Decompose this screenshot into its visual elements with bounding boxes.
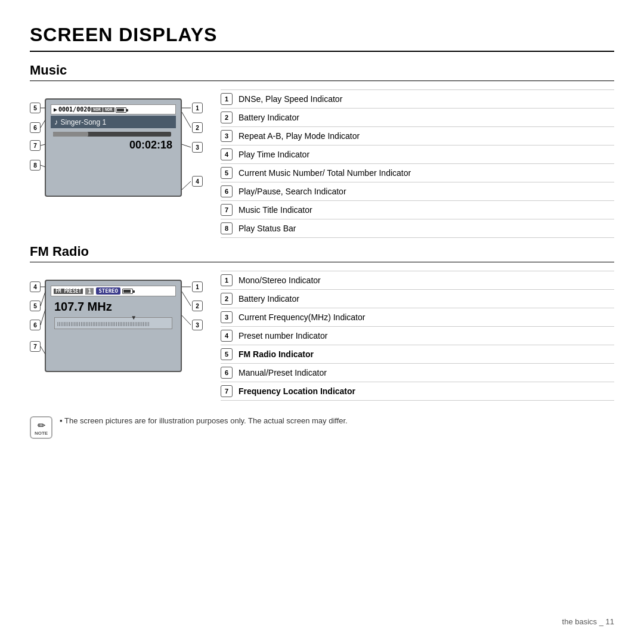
battery-icon [116,106,126,113]
music-badge-5: 5 [30,103,41,113]
song-title: Singer-Song 1 [61,118,107,126]
music-label-4: Play Time Indicator [239,150,309,159]
music-label-6: Play/Pause, Search Indicator [239,187,346,196]
music-device-container: ▶ 0001/0020 NOR NOR ♪ [30,89,203,206]
radio-label-7: Frequency Location Indicator [239,386,355,396]
radio-badge-num-2: 2 [221,293,233,305]
radio-indicator-4: 4 Preset number Indicator [221,327,614,345]
page-footer: the basics _ 11 [562,617,614,626]
music-badge-4: 4 [192,176,203,187]
music-indicator-8: 8 Play Status Bar [221,219,614,238]
music-label-2: Battery Indicator [239,113,299,122]
music-section: Music ▶ 0001/0020 NOR NOR [30,63,614,238]
stereo-badge: STEREO [96,287,120,295]
music-indicator-3: 3 Repeat A-B, Play Mode Indicator [221,127,614,145]
music-badge-3: 3 [192,142,203,153]
play-arrow-icon: ▶ [54,106,57,113]
music-badge-8: 8 [30,160,41,171]
music-badge-2: 2 [192,122,203,133]
page-title: SCREEN DISPLAYS [30,24,614,52]
radio-section: FM Radio FM PRESET 1 STEREO [30,244,614,401]
progress-bar [53,132,171,137]
track-info: 0001/0020 [58,106,91,113]
radio-indicator-7: 7 Frequency Location Indicator [221,382,614,401]
note-section: ✏ NOTE ▪ The screen pictures are for ill… [30,411,614,444]
svg-line-1 [182,112,191,128]
radio-badge-2: 2 [192,301,203,311]
preset-num: 1 [85,288,94,295]
radio-top-row: FM PRESET 1 STEREO [51,286,176,296]
music-badge-num-6: 6 [221,185,233,197]
music-badge-num-8: 8 [221,222,233,234]
radio-badge-4: 4 [30,281,41,292]
radio-badge-num-3: 3 [221,311,233,323]
radio-indicator-5: 5 FM Radio Indicator [221,345,614,364]
music-indicator-6: 6 Play/Pause, Search Indicator [221,182,614,201]
svg-line-3 [182,181,191,190]
radio-label-3: Current Frequency(MHz) Indicator [239,312,365,322]
radio-device-container: FM PRESET 1 STEREO 107.7 MHz [30,271,203,381]
note-icon: ✏ NOTE [30,416,52,439]
music-label-5: Current Music Number/ Total Number Indic… [239,168,411,178]
radio-badge-num-7: 7 [221,385,233,397]
music-title-row: ♪ Singer-Song 1 [51,116,176,128]
music-label-1: DNSe, Play Speed Indicator [239,94,342,104]
radio-frequency: 107.7 MHz [51,298,176,316]
music-indicator-4: 4 Play Time Indicator [221,145,614,164]
radio-indicator-2: 2 Battery Indicator [221,290,614,308]
radio-section-title: FM Radio [30,244,614,262]
radio-indicator-6: 6 Manual/Preset Indicator [221,364,614,382]
music-indicator-list: 1 DNSe, Play Speed Indicator 2 Battery I… [221,89,614,238]
music-badge-num-3: 3 [221,130,233,142]
radio-label-4: Preset number Indicator [239,331,327,340]
music-indicator-5: 5 Current Music Number/ Total Number Ind… [221,164,614,182]
radio-badge-num-1: 1 [221,274,233,286]
tuner-arrow-icon: ▼ [131,314,137,321]
fm-label: FM PRESET [54,289,83,294]
radio-badge-3: 3 [192,320,203,330]
svg-line-9 [182,292,191,306]
radio-badge-1: 1 [192,281,203,292]
svg-line-10 [182,315,191,325]
music-label-7: Music Title Indicator [239,205,312,215]
music-progress-row [51,129,176,138]
music-indicator-1: 1 DNSe, Play Speed Indicator [221,90,614,109]
radio-indicator-3: 3 Current Frequency(MHz) Indicator [221,308,614,327]
music-badge-num-2: 2 [221,112,233,123]
music-badge-num-7: 7 [221,204,233,216]
pencil-icon: ✏ [38,421,45,431]
music-badge-6: 6 [30,122,41,133]
music-indicator-7: 7 Music Title Indicator [221,201,614,219]
radio-label-1: Mono/Stereo Indicator [239,275,321,285]
music-note-icon: ♪ [54,117,58,126]
radio-badge-num-6: 6 [221,367,233,379]
play-time: 00:02:18 [51,138,176,153]
radio-section-row: FM PRESET 1 STEREO 107.7 MHz [30,271,614,401]
music-track-row: ▶ 0001/0020 NOR NOR [51,104,176,114]
music-badge-7: 7 [30,140,41,151]
radio-device-screen: FM PRESET 1 STEREO 107.7 MHz [45,280,182,372]
music-label-8: Play Status Bar [239,224,296,233]
note-label: NOTE [35,431,48,436]
music-badge-num-5: 5 [221,167,233,179]
svg-line-2 [182,144,191,147]
tuner-scale: ||||||||||||||||||||||||||||||||||||||||… [55,318,172,330]
music-label-3: Repeat A-B, Play Mode Indicator [239,131,360,141]
music-badge-num-4: 4 [221,148,233,160]
radio-battery-icon [122,288,133,294]
music-badge-num-1: 1 [221,93,233,105]
radio-tuner: ▼ ||||||||||||||||||||||||||||||||||||||… [54,317,172,329]
music-indicator-2: 2 Battery Indicator [221,109,614,127]
radio-badge-7: 7 [30,341,41,352]
nor-box-1: NOR [91,107,103,112]
radio-badge-num-5: 5 [221,348,233,360]
nor-box-2: NOR [103,107,114,112]
music-badge-1: 1 [192,103,203,113]
radio-label-5: FM Radio Indicator [239,349,314,359]
radio-indicator-1: 1 Mono/Stereo Indicator [221,271,614,290]
radio-badge-5: 5 [30,301,41,311]
radio-indicator-list: 1 Mono/Stereo Indicator 2 Battery Indica… [221,271,614,401]
radio-label-2: Battery Indicator [239,294,299,304]
radio-badge-num-4: 4 [221,330,233,342]
music-section-row: ▶ 0001/0020 NOR NOR ♪ [30,89,614,238]
